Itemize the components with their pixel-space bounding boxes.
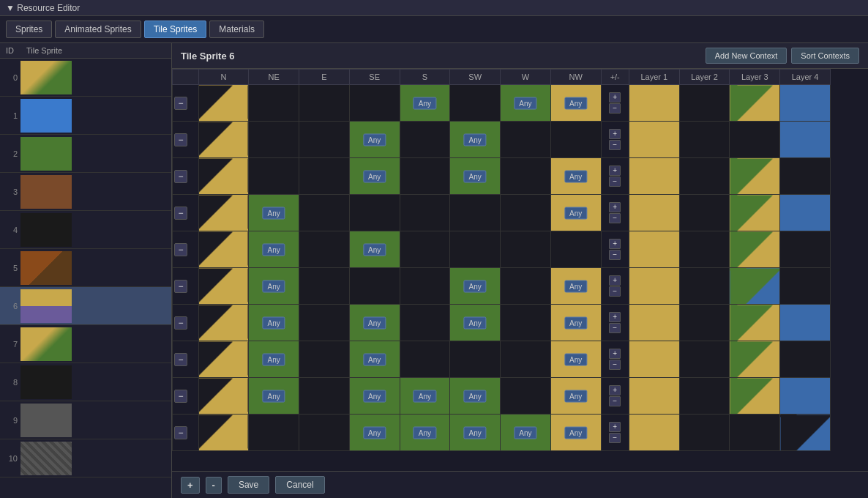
any-btn-9-SW[interactable]: Any — [464, 426, 487, 439]
cell-9-NW[interactable]: Any — [550, 415, 601, 451]
any-btn-3-NW[interactable]: Any — [564, 207, 587, 219]
cell-4-S[interactable] — [400, 231, 450, 268]
any-btn-6-SE[interactable]: Any — [363, 316, 386, 329]
layer4-0[interactable] — [780, 85, 831, 122]
layer3-9[interactable] — [730, 415, 780, 451]
layer2-0[interactable] — [679, 85, 730, 122]
pm-minus-7[interactable]: − — [609, 360, 621, 370]
cell-1-W[interactable] — [501, 122, 551, 158]
tab-tile-sprites[interactable]: Tile Sprites — [144, 21, 207, 38]
pm-plus-2[interactable]: + — [609, 166, 621, 176]
cell-6-SW[interactable]: Any — [450, 305, 501, 341]
layer2-4[interactable] — [679, 231, 730, 268]
cell-6-SE[interactable]: Any — [349, 305, 400, 341]
pm-plus-9[interactable]: + — [609, 422, 621, 432]
cell-8-E[interactable] — [299, 378, 350, 415]
row-minus-1[interactable]: − — [174, 133, 187, 146]
layer1-8[interactable] — [629, 378, 679, 415]
layer1-6[interactable] — [629, 305, 679, 341]
layer4-1[interactable] — [780, 122, 831, 158]
layer3-4[interactable] — [730, 231, 780, 268]
layer1-5[interactable] — [629, 268, 679, 305]
layer4-8[interactable] — [780, 378, 831, 415]
sprite-row-2[interactable]: 2 — [0, 135, 171, 173]
any-btn-5-SW[interactable]: Any — [464, 280, 487, 292]
cell-0-E[interactable] — [299, 85, 350, 122]
pm-plus-6[interactable]: + — [609, 312, 621, 322]
cell-9-S[interactable]: Any — [400, 415, 450, 451]
any-btn-4-SE[interactable]: Any — [363, 243, 386, 256]
cell-0-SE[interactable] — [349, 85, 400, 122]
row-minus-5[interactable]: − — [174, 280, 187, 293]
row-minus-0[interactable]: − — [174, 97, 187, 110]
layer3-5[interactable] — [730, 268, 780, 305]
any-btn-9-NW[interactable]: Any — [564, 426, 587, 439]
layer1-7[interactable] — [629, 341, 679, 378]
any-btn-0-NW[interactable]: Any — [564, 97, 587, 109]
cell-1-N[interactable] — [198, 122, 249, 158]
cell-2-S[interactable] — [400, 158, 450, 195]
cell-1-E[interactable] — [299, 122, 350, 158]
layer1-0[interactable] — [629, 85, 679, 122]
sort-contexts-button[interactable]: Sort Contexts — [791, 48, 859, 64]
cell-2-E[interactable] — [299, 158, 350, 195]
cell-5-NW[interactable]: Any — [550, 268, 601, 305]
cell-7-SW[interactable] — [450, 341, 501, 378]
layer4-6[interactable] — [780, 305, 831, 341]
cell-8-SW[interactable]: Any — [450, 378, 501, 415]
any-btn-4-NE[interactable]: Any — [263, 243, 285, 256]
cell-0-S[interactable]: Any — [400, 85, 450, 122]
cell-8-S[interactable]: Any — [400, 378, 450, 415]
layer1-4[interactable] — [629, 231, 679, 268]
sprite-row-5[interactable]: 5 — [0, 249, 171, 287]
add-new-context-button[interactable]: Add New Context — [706, 48, 787, 64]
any-btn-8-NE[interactable]: Any — [263, 390, 285, 402]
cell-6-W[interactable] — [501, 305, 551, 341]
any-btn-7-NE[interactable]: Any — [263, 353, 285, 365]
cell-6-E[interactable] — [299, 305, 350, 341]
cell-7-S[interactable] — [400, 341, 450, 378]
cell-3-NE[interactable]: Any — [249, 195, 299, 231]
pm-plus-7[interactable]: + — [609, 349, 621, 359]
layer1-9[interactable] — [629, 415, 679, 451]
pm-plus-8[interactable]: + — [609, 385, 621, 395]
cell-4-W[interactable] — [501, 231, 551, 268]
layer1-1[interactable] — [629, 122, 679, 158]
any-btn-9-W[interactable]: Any — [514, 426, 536, 439]
cell-7-SE[interactable]: Any — [349, 341, 400, 378]
pm-plus-4[interactable]: + — [609, 239, 621, 249]
layer2-9[interactable] — [679, 415, 730, 451]
cell-1-NE[interactable] — [249, 122, 299, 158]
pm-minus-0[interactable]: − — [609, 103, 621, 114]
any-btn-8-S[interactable]: Any — [414, 390, 436, 402]
sprite-row-0[interactable]: 0 — [0, 59, 171, 97]
cell-5-W[interactable] — [501, 268, 551, 305]
any-btn-6-NW[interactable]: Any — [564, 316, 587, 329]
layer2-5[interactable] — [679, 268, 730, 305]
cell-4-SW[interactable] — [450, 231, 501, 268]
any-btn-7-SE[interactable]: Any — [363, 353, 386, 365]
pm-minus-3[interactable]: − — [609, 213, 621, 223]
any-btn-6-SW[interactable]: Any — [464, 316, 487, 329]
pm-plus-0[interactable]: + — [609, 92, 621, 103]
cell-3-E[interactable] — [299, 195, 350, 231]
cell-1-SE[interactable]: Any — [349, 122, 400, 158]
cell-4-N[interactable] — [198, 231, 249, 268]
layer2-8[interactable] — [679, 378, 730, 415]
save-button[interactable]: Save — [228, 476, 269, 494]
layer3-7[interactable] — [730, 341, 780, 378]
sprite-row-6[interactable]: 6 — [0, 287, 171, 325]
cancel-button[interactable]: Cancel — [275, 476, 324, 494]
cell-4-SE[interactable]: Any — [349, 231, 400, 268]
tab-animated-sprites[interactable]: Animated Sprites — [55, 21, 141, 38]
cell-7-W[interactable] — [501, 341, 551, 378]
cell-0-NW[interactable]: Any — [550, 85, 601, 122]
any-btn-8-NW[interactable]: Any — [564, 390, 587, 402]
row-minus-2[interactable]: − — [174, 170, 187, 183]
cell-3-SE[interactable] — [349, 195, 400, 231]
cell-7-N[interactable] — [198, 341, 249, 378]
cell-0-W[interactable]: Any — [501, 85, 551, 122]
cell-2-W[interactable] — [501, 158, 551, 195]
cell-4-E[interactable] — [299, 231, 350, 268]
cell-2-SW[interactable]: Any — [450, 158, 501, 195]
